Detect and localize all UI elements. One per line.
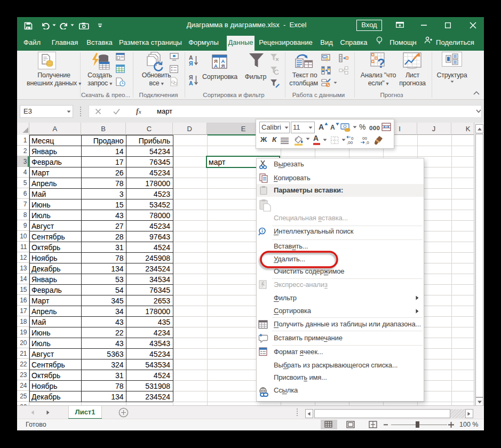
svg-text:,0: ,0 bbox=[365, 140, 369, 145]
svg-text:Я: Я bbox=[189, 74, 193, 81]
svg-text:А: А bbox=[189, 80, 193, 86]
svg-text:А: А bbox=[214, 63, 218, 69]
svg-text:Я: Я bbox=[189, 60, 193, 67]
svg-text:А: А bbox=[189, 54, 193, 61]
svg-text:Я: Я bbox=[221, 63, 225, 69]
svg-text:,00: ,00 bbox=[347, 140, 353, 145]
svg-text:?: ? bbox=[377, 56, 385, 70]
